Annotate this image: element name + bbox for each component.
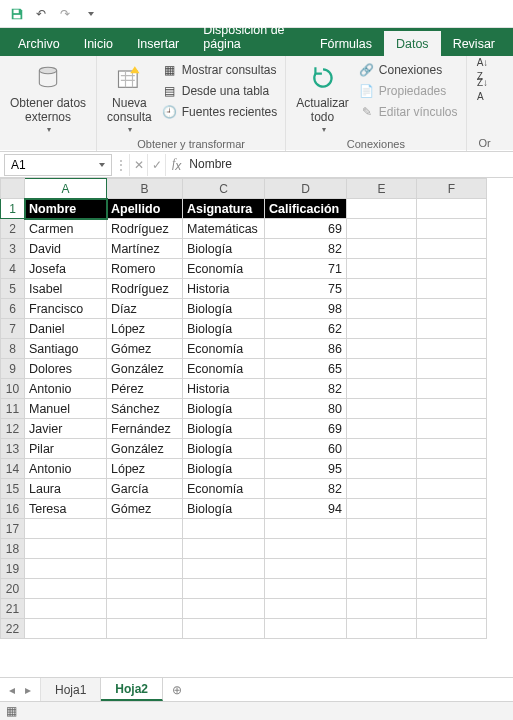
row-header-12[interactable]: 12 bbox=[1, 419, 25, 439]
save-icon[interactable] bbox=[6, 3, 28, 25]
cell[interactable]: Javier bbox=[25, 419, 107, 439]
cell[interactable]: Daniel bbox=[25, 319, 107, 339]
cell[interactable] bbox=[417, 399, 487, 419]
col-header-A[interactable]: A bbox=[25, 179, 107, 199]
refresh-all-button[interactable]: Actualizar todo▾ bbox=[292, 60, 353, 136]
row-header-13[interactable]: 13 bbox=[1, 439, 25, 459]
cell[interactable] bbox=[183, 579, 265, 599]
cell[interactable] bbox=[347, 579, 417, 599]
cell[interactable]: 95 bbox=[265, 459, 347, 479]
cell[interactable] bbox=[25, 599, 107, 619]
cell[interactable] bbox=[265, 559, 347, 579]
cell[interactable] bbox=[347, 459, 417, 479]
cell[interactable]: 82 bbox=[265, 479, 347, 499]
cell[interactable] bbox=[347, 599, 417, 619]
cell[interactable] bbox=[347, 559, 417, 579]
cell[interactable] bbox=[347, 219, 417, 239]
cell[interactable]: Carmen bbox=[25, 219, 107, 239]
cell[interactable]: 75 bbox=[265, 279, 347, 299]
cell[interactable] bbox=[347, 519, 417, 539]
sheet-tab-hoja2[interactable]: Hoja2 bbox=[101, 678, 163, 701]
col-header-C[interactable]: C bbox=[183, 179, 265, 199]
row-header-21[interactable]: 21 bbox=[1, 599, 25, 619]
cell[interactable]: Biología bbox=[183, 419, 265, 439]
row-header-18[interactable]: 18 bbox=[1, 539, 25, 559]
sort-desc-button[interactable]: Z↓A bbox=[473, 80, 497, 100]
cell[interactable] bbox=[183, 559, 265, 579]
tab-formulas[interactable]: Fórmulas bbox=[308, 31, 384, 56]
cell[interactable]: Isabel bbox=[25, 279, 107, 299]
cell[interactable] bbox=[265, 619, 347, 639]
cell[interactable] bbox=[183, 599, 265, 619]
cell[interactable]: Biología bbox=[183, 459, 265, 479]
row-header-9[interactable]: 9 bbox=[1, 359, 25, 379]
cell[interactable]: Fernández bbox=[107, 419, 183, 439]
cell[interactable] bbox=[25, 619, 107, 639]
cell[interactable]: Biología bbox=[183, 299, 265, 319]
cell[interactable]: Biología bbox=[183, 499, 265, 519]
cell[interactable]: López bbox=[107, 459, 183, 479]
record-macro-icon[interactable]: ▦ bbox=[6, 704, 17, 718]
cell[interactable]: 69 bbox=[265, 419, 347, 439]
show-queries-button[interactable]: ▦Mostrar consultas bbox=[160, 60, 279, 81]
cell[interactable] bbox=[417, 339, 487, 359]
cell[interactable]: Francisco bbox=[25, 299, 107, 319]
cell[interactable]: 86 bbox=[265, 339, 347, 359]
cell[interactable]: Biología bbox=[183, 319, 265, 339]
col-header-B[interactable]: B bbox=[107, 179, 183, 199]
fx-icon[interactable]: fx bbox=[172, 156, 181, 173]
cell[interactable] bbox=[347, 499, 417, 519]
cell[interactable] bbox=[417, 419, 487, 439]
cell[interactable]: Sánchez bbox=[107, 399, 183, 419]
cell[interactable]: Biología bbox=[183, 239, 265, 259]
cell[interactable] bbox=[183, 519, 265, 539]
cell[interactable]: Apellido bbox=[107, 199, 183, 219]
connections-button[interactable]: 🔗Conexiones bbox=[357, 60, 460, 81]
cell[interactable]: Rodríguez bbox=[107, 219, 183, 239]
col-header-F[interactable]: F bbox=[417, 179, 487, 199]
cell[interactable]: Dolores bbox=[25, 359, 107, 379]
cell[interactable]: Pilar bbox=[25, 439, 107, 459]
cell[interactable]: Teresa bbox=[25, 499, 107, 519]
new-query-button[interactable]: Nueva consulta▾ bbox=[103, 60, 156, 136]
cell[interactable] bbox=[347, 319, 417, 339]
cell[interactable] bbox=[417, 359, 487, 379]
cell[interactable] bbox=[107, 599, 183, 619]
new-sheet-button[interactable]: ⊕ bbox=[163, 678, 191, 701]
sheet-tab-hoja1[interactable]: Hoja1 bbox=[41, 678, 101, 701]
cell[interactable] bbox=[347, 399, 417, 419]
cell[interactable]: Calificación bbox=[265, 199, 347, 219]
tab-revisar[interactable]: Revisar bbox=[441, 31, 507, 56]
cell[interactable] bbox=[417, 479, 487, 499]
cell[interactable] bbox=[347, 439, 417, 459]
recent-sources-button[interactable]: 🕘Fuentes recientes bbox=[160, 102, 279, 123]
cell[interactable]: Pérez bbox=[107, 379, 183, 399]
row-header-2[interactable]: 2 bbox=[1, 219, 25, 239]
cell[interactable]: Santiago bbox=[25, 339, 107, 359]
row-header-1[interactable]: 1 bbox=[1, 199, 25, 219]
cell[interactable]: 82 bbox=[265, 239, 347, 259]
cell[interactable] bbox=[417, 439, 487, 459]
cell[interactable] bbox=[417, 259, 487, 279]
row-header-4[interactable]: 4 bbox=[1, 259, 25, 279]
cell[interactable] bbox=[25, 519, 107, 539]
cell[interactable] bbox=[347, 259, 417, 279]
cell[interactable]: Nombre bbox=[25, 199, 107, 219]
cell[interactable] bbox=[265, 519, 347, 539]
undo-icon[interactable]: ↶ bbox=[30, 3, 52, 25]
cell[interactable] bbox=[265, 599, 347, 619]
cell[interactable] bbox=[347, 199, 417, 219]
cell[interactable] bbox=[417, 459, 487, 479]
cell[interactable] bbox=[347, 339, 417, 359]
cell[interactable]: Díaz bbox=[107, 299, 183, 319]
cell[interactable]: 82 bbox=[265, 379, 347, 399]
cell[interactable] bbox=[183, 619, 265, 639]
cell[interactable]: González bbox=[107, 439, 183, 459]
row-header-15[interactable]: 15 bbox=[1, 479, 25, 499]
cell[interactable] bbox=[347, 299, 417, 319]
cell[interactable]: 80 bbox=[265, 399, 347, 419]
row-header-7[interactable]: 7 bbox=[1, 319, 25, 339]
tab-inicio[interactable]: Inicio bbox=[72, 31, 125, 56]
cell[interactable] bbox=[347, 279, 417, 299]
from-table-button[interactable]: ▤Desde una tabla bbox=[160, 81, 279, 102]
